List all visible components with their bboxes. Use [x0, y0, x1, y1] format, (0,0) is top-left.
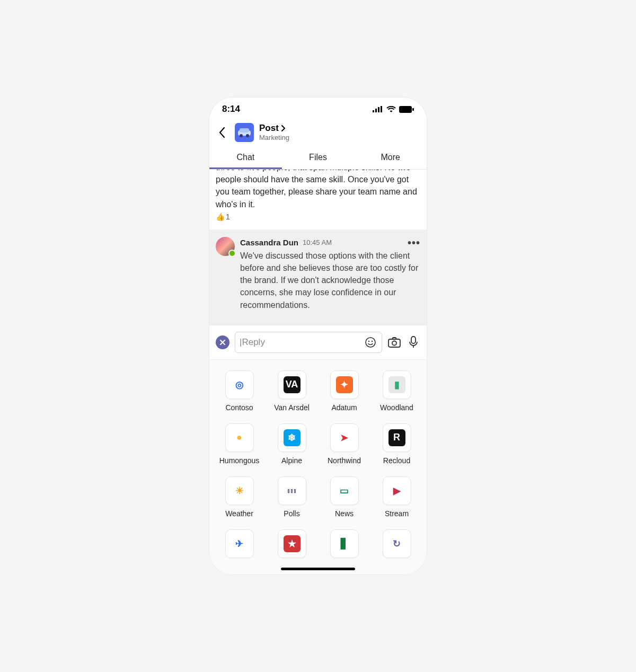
back-button[interactable]: [215, 127, 229, 138]
tab-more[interactable]: More: [354, 147, 427, 169]
app-icon: ⫾⫾⫾: [284, 482, 301, 499]
app-label: Adatum: [331, 403, 357, 412]
app-item[interactable]: ↻: [373, 529, 420, 558]
tab-files[interactable]: Files: [282, 147, 355, 169]
app-tile: ▭: [330, 476, 359, 505]
message-item: Cassandra Dun 10:45 AM ••• We've discuss…: [209, 229, 427, 325]
home-indicator[interactable]: [281, 568, 355, 570]
svg-point-14: [392, 341, 396, 345]
camera-icon[interactable]: [387, 335, 401, 349]
svg-rect-2: [378, 107, 379, 112]
app-label: Stream: [385, 509, 409, 518]
app-icon: ●: [231, 429, 248, 446]
svg-rect-4: [399, 106, 412, 113]
reaction-chip[interactable]: 👍 1: [216, 210, 230, 223]
message-text: We've discussed those options with the c…: [240, 250, 420, 311]
tab-chat[interactable]: Chat: [209, 147, 282, 169]
app-tile: ●: [225, 423, 254, 452]
status-bar: 8:14: [209, 98, 427, 121]
app-tile: ✈: [225, 529, 254, 558]
app-tile: ☀: [225, 476, 254, 505]
header: Post Marketing: [209, 121, 427, 147]
reply-placeholder: |Reply: [240, 337, 265, 348]
message-list: three to five people, that span multiple…: [209, 170, 427, 325]
svg-rect-9: [240, 128, 249, 132]
app-tile: VA: [278, 370, 306, 399]
app-label: Woodland: [380, 403, 413, 412]
app-tile: ↻: [383, 529, 411, 558]
app-label: Van Arsdel: [274, 403, 310, 412]
avatar[interactable]: [216, 237, 235, 256]
app-item[interactable]: VAVan Arsdel: [268, 370, 315, 412]
app-icon: ✦: [336, 376, 353, 393]
app-icon: ↻: [388, 535, 405, 552]
message-time: 10:45 AM: [303, 238, 332, 248]
reaction-count: 1: [226, 211, 230, 222]
app-tile: R: [383, 423, 411, 452]
app-label: Humongous: [219, 456, 260, 465]
svg-point-12: [372, 341, 373, 342]
phone-frame: 8:14 Post Marke: [209, 98, 427, 574]
app-item[interactable]: ▶Stream: [373, 476, 420, 518]
app-tile: ◎: [225, 370, 254, 399]
app-item[interactable]: ▋: [321, 529, 368, 558]
app-icon: ▭: [336, 482, 353, 499]
close-button[interactable]: [216, 335, 229, 349]
app-tile: ★: [278, 529, 306, 558]
app-item[interactable]: ▮Woodland: [373, 370, 420, 412]
app-item[interactable]: ⫾⫾⫾Polls: [268, 476, 315, 518]
app-tile: ❄: [278, 423, 306, 452]
app-icon: VA: [284, 376, 301, 393]
app-tile: ▶: [383, 476, 411, 505]
header-title: Post: [259, 123, 279, 134]
svg-rect-15: [411, 337, 416, 343]
app-tile: ➤: [330, 423, 359, 452]
message-item: three to five people, that span multiple…: [209, 170, 427, 229]
app-item[interactable]: ✈: [216, 529, 263, 558]
app-item[interactable]: ▭News: [321, 476, 368, 518]
svg-point-10: [366, 338, 375, 347]
app-item[interactable]: RRecloud: [373, 423, 420, 465]
header-title-block[interactable]: Post Marketing: [259, 123, 289, 142]
svg-rect-0: [373, 110, 374, 112]
app-icon: ☀: [231, 482, 248, 499]
app-icon: ▋: [336, 535, 353, 552]
message-author: Cassandra Dun: [240, 237, 298, 249]
emoji-icon[interactable]: [364, 335, 377, 349]
svg-rect-5: [412, 108, 414, 111]
svg-rect-1: [375, 109, 377, 112]
app-tile: ✦: [330, 370, 359, 399]
app-icon: ★: [284, 535, 301, 552]
microphone-icon[interactable]: [407, 335, 420, 349]
app-item[interactable]: ★: [268, 529, 315, 558]
tabs: Chat Files More: [209, 147, 427, 170]
app-item[interactable]: ➤Northwind: [321, 423, 368, 465]
app-item[interactable]: ☀Weather: [216, 476, 263, 518]
svg-rect-3: [381, 106, 382, 112]
app-label: News: [335, 509, 354, 518]
reply-input[interactable]: |Reply: [235, 332, 382, 353]
battery-icon: [399, 106, 414, 113]
app-label: Contoso: [225, 403, 253, 412]
presence-available-icon: [228, 250, 236, 257]
app-tile: ▮: [383, 370, 411, 399]
app-icon: ➤: [336, 429, 353, 446]
app-label: Alpine: [281, 456, 302, 465]
app-item[interactable]: ●Humongous: [216, 423, 263, 465]
thumbs-up-icon: 👍: [216, 211, 225, 222]
message-more-button[interactable]: •••: [408, 240, 420, 245]
svg-point-8: [246, 134, 249, 137]
app-item[interactable]: ◎Contoso: [216, 370, 263, 412]
app-label: Northwind: [328, 456, 361, 465]
app-icon: ◎: [231, 376, 248, 393]
app-icon: ▶: [388, 482, 405, 499]
app-item[interactable]: ✦Adatum: [321, 370, 368, 412]
app-tile: ⫾⫾⫾: [278, 476, 306, 505]
cellular-icon: [373, 106, 383, 112]
svg-point-7: [240, 134, 243, 137]
app-item[interactable]: ❄Alpine: [268, 423, 315, 465]
app-drawer[interactable]: ◎ContosoVAVan Arsdel✦Adatum▮Woodland●Hum…: [209, 360, 427, 574]
app-label: Weather: [225, 509, 253, 518]
app-label: Recloud: [383, 456, 410, 465]
svg-point-11: [368, 341, 369, 342]
